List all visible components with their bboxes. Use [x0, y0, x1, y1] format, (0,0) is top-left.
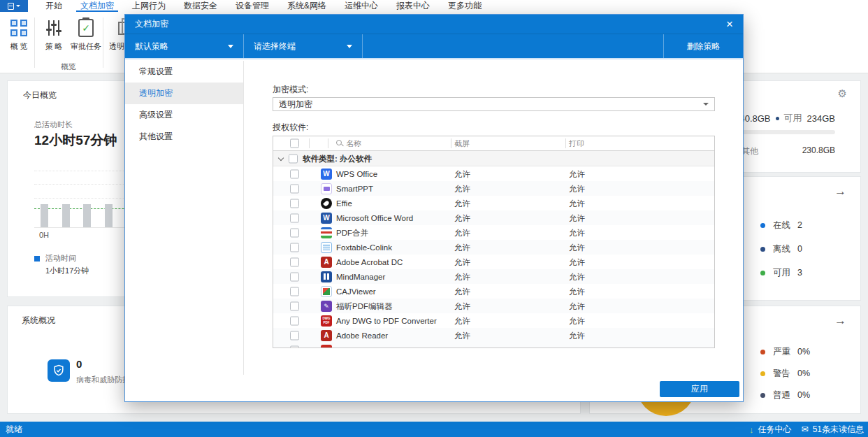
table-row: WPS Office允许允许 — [273, 166, 714, 181]
chevron-down-icon — [228, 45, 233, 48]
dialog-content: 加密模式: 透明加密 授权软件: 名称 截屏 — [245, 61, 743, 401]
dialog-sidebar-item-2[interactable]: 透明加密 — [125, 83, 243, 104]
ribbon-button-label: 策 略 — [38, 41, 70, 52]
virus-threat-count: 0 — [76, 358, 82, 370]
print-permission[interactable]: 允许 — [569, 271, 585, 282]
row-checkbox[interactable] — [290, 169, 299, 178]
screenshot-permission[interactable]: 允许 — [454, 315, 470, 326]
print-permission[interactable]: 允许 — [569, 257, 585, 267]
app-menu-button[interactable] — [0, 0, 28, 12]
row-checkbox[interactable] — [290, 228, 299, 237]
task-center-button[interactable]: 任务中心 — [758, 424, 792, 436]
apply-button[interactable]: 应用 — [660, 381, 739, 397]
print-permission[interactable]: 允许 — [569, 169, 585, 179]
print-permission[interactable]: 允许 — [569, 183, 585, 194]
dialog-title-bar: 文档加密 × — [125, 15, 743, 34]
menu-item-9[interactable]: 更多功能 — [439, 0, 491, 12]
terminal-selector[interactable]: 请选择终端 — [244, 34, 363, 58]
print-permission[interactable]: 允许 — [569, 227, 585, 238]
desktop-app: 开始文档加密上网行为数据安全设备管理系统&网络运维中心报表中心更多功能 概 览 … — [0, 0, 868, 437]
print-permission[interactable]: 允许 — [569, 315, 585, 326]
row-checkbox[interactable] — [290, 287, 299, 296]
alarm-value: 0% — [797, 347, 810, 357]
screenshot-permission[interactable]: 允许 — [454, 271, 470, 282]
card-title: 系统概况 — [22, 315, 55, 327]
screenshot-permission[interactable]: 允许 — [454, 301, 470, 311]
screenshot-permission[interactable]: 允许 — [454, 169, 470, 179]
row-checkbox[interactable] — [290, 213, 299, 222]
row-checkbox[interactable] — [290, 316, 299, 325]
ribbon-group-label: 概览 — [34, 62, 103, 72]
authorized-software-label: 授权软件: — [273, 122, 308, 134]
menu-item-3[interactable]: 上网行为 — [123, 0, 175, 12]
ribbon-button-approval-tasks[interactable]: 审批任务 — [69, 17, 103, 52]
row-checkbox[interactable] — [290, 199, 299, 208]
policy-selector[interactable]: 默认策略 — [125, 34, 244, 58]
unread-messages-button[interactable]: 51条未读信息 — [813, 424, 864, 436]
encryption-mode-select[interactable]: 透明加密 — [273, 97, 715, 111]
clipboard-check-icon — [78, 19, 94, 37]
print-permission[interactable]: 允许 — [569, 198, 585, 208]
dialog-sidebar: 常规设置透明加密高级设置其他设置 — [125, 61, 244, 375]
name-column-search[interactable]: 名称 — [346, 138, 361, 149]
screenshot-permission[interactable]: 允许 — [454, 183, 470, 194]
delete-policy-button[interactable]: 删除策略 — [663, 34, 743, 58]
screenshot-permission[interactable]: 允许 — [454, 227, 470, 238]
terminal-status-list: 在线2离线0可用3 — [760, 220, 802, 278]
chevron-down-icon — [347, 45, 352, 48]
arrow-right-icon[interactable]: → — [834, 185, 846, 199]
screenshot-permission[interactable]: 允许 — [454, 198, 470, 208]
menu-item-1[interactable]: 开始 — [36, 0, 71, 12]
menu-item-2[interactable]: 文档加密 — [71, 0, 123, 12]
row-checkbox[interactable] — [290, 257, 299, 266]
terminal-label: 可用 — [773, 267, 790, 279]
software-name: CAJViewer — [336, 287, 376, 296]
print-permission[interactable]: 允许 — [569, 330, 585, 341]
screenshot-permission[interactable]: 允许 — [454, 286, 470, 296]
screenshot-permission[interactable]: 允许 — [454, 257, 470, 267]
screenshot-permission[interactable]: 允许 — [454, 330, 470, 341]
chart-legend: 活动时间 — [34, 253, 76, 264]
row-checkbox[interactable] — [290, 331, 299, 340]
alarm-label: 普通 — [773, 389, 790, 401]
chevron-down-icon[interactable] — [278, 155, 284, 161]
main-menu: 开始文档加密上网行为数据安全设备管理系统&网络运维中心报表中心更多功能 — [36, 0, 491, 12]
row-checkbox[interactable] — [290, 345, 299, 348]
print-permission[interactable]: 允许 — [569, 242, 585, 252]
arrow-right-icon[interactable]: → — [834, 314, 846, 328]
table-row: SmartPPT允许允许 — [273, 181, 714, 196]
gear-icon[interactable]: ⚙ — [838, 87, 847, 100]
dialog-sidebar-item-3[interactable]: 高级设置 — [125, 104, 243, 126]
ribbon-button-overview[interactable]: 概 览 — [3, 17, 35, 52]
menu-item-8[interactable]: 报表中心 — [387, 0, 439, 12]
group-label: 软件类型: 办公软件 — [303, 153, 372, 164]
print-permission[interactable]: 允许 — [569, 213, 585, 223]
dialog-sidebar-item-4[interactable]: 其他设置 — [125, 126, 243, 148]
smartppt-icon — [321, 183, 332, 194]
row-checkbox[interactable] — [290, 301, 299, 310]
menu-item-5[interactable]: 设备管理 — [226, 0, 278, 12]
mail-icon: ✉ — [802, 424, 809, 434]
other-label: 其他 — [742, 145, 758, 157]
screenshot-permission[interactable]: 允许 — [454, 213, 470, 223]
menu-item-4[interactable]: 数据安全 — [175, 0, 226, 12]
ribbon-button-policy[interactable]: 策 略 — [38, 17, 70, 52]
table-row: Effie允许允许 — [273, 196, 714, 210]
wps-icon — [321, 169, 332, 180]
print-permission[interactable]: 允许 — [569, 286, 585, 296]
group-checkbox[interactable] — [289, 154, 298, 163]
row-checkbox[interactable] — [290, 272, 299, 281]
menu-item-7[interactable]: 运维中心 — [335, 0, 387, 12]
table-row: Foxtable-Colink允许允许 — [273, 240, 714, 255]
select-all-checkbox[interactable] — [290, 139, 299, 148]
dialog-sidebar-item-1[interactable]: 常规设置 — [125, 61, 243, 83]
foxtable-icon — [321, 242, 332, 253]
row-checkbox[interactable] — [290, 243, 299, 252]
close-icon[interactable]: × — [726, 18, 733, 30]
print-permission[interactable]: 允许 — [569, 301, 585, 311]
screenshot-permission[interactable]: 允许 — [454, 242, 470, 252]
menu-item-6[interactable]: 系统&网络 — [278, 0, 335, 12]
software-group-row[interactable]: 软件类型: 办公软件 — [273, 151, 714, 166]
terminal-item-1: 在线2 — [760, 220, 802, 230]
row-checkbox[interactable] — [290, 184, 299, 193]
